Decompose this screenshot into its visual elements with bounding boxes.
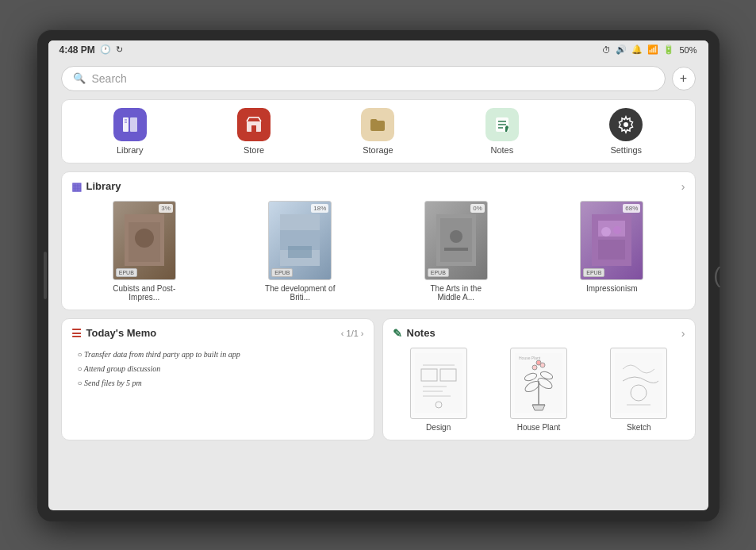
book-progress-impressionism: 68% bbox=[623, 204, 640, 213]
library-section-title-area: ▦ Library bbox=[71, 180, 121, 193]
svg-rect-25 bbox=[598, 240, 625, 260]
nav-item-library[interactable]: Library bbox=[102, 108, 158, 155]
search-icon: 🔍 bbox=[73, 72, 86, 84]
nav-icons: Library Store bbox=[61, 99, 696, 163]
note-item-sketch[interactable]: Sketch bbox=[593, 348, 685, 432]
nav-label-settings: Settings bbox=[610, 145, 642, 155]
memo-prev-icon[interactable]: ‹ bbox=[341, 329, 344, 338]
status-left: 4:48 PM 🕐 ↻ bbox=[59, 44, 123, 56]
book-item-cubist[interactable]: 3% EPUB Cubists and Post-Impres... bbox=[71, 201, 218, 302]
wifi-icon: 📶 bbox=[647, 44, 658, 55]
clock-icon: 🕐 bbox=[100, 44, 111, 55]
memo-section-title: Today's Memo bbox=[86, 327, 157, 339]
nav-label-storage: Storage bbox=[363, 145, 393, 155]
add-button[interactable]: + bbox=[672, 67, 696, 90]
memo-pagination: 1/1 bbox=[347, 329, 359, 338]
main-content: 🔍 Search + Library bbox=[48, 60, 708, 510]
memo-title-area: ☰ Today's Memo bbox=[71, 327, 157, 340]
notes-section-icon: ✎ bbox=[393, 327, 402, 340]
book-item-arts[interactable]: 0% EPUB The Arts in the Middle A... bbox=[383, 201, 530, 302]
nav-item-settings[interactable]: Settings bbox=[598, 108, 654, 155]
timer-icon: ⏱ bbox=[602, 45, 611, 55]
note-thumb-design bbox=[410, 348, 467, 419]
memo-section: ☰ Today's Memo ‹ 1/1 › Transfer data fro… bbox=[61, 318, 374, 440]
sync-icon: ↻ bbox=[116, 44, 123, 55]
book-cover-impressionism: 68% EPUB bbox=[580, 201, 643, 280]
book-item-impressionism[interactable]: 68% EPUB Impressionism bbox=[539, 201, 685, 302]
notes-icon bbox=[485, 108, 519, 141]
svg-point-13 bbox=[135, 229, 154, 248]
status-bar: 4:48 PM 🕐 ↻ ⏱ 🔊 🔔 📶 🔋 50% bbox=[48, 40, 708, 60]
bell-icon: 🔔 bbox=[631, 44, 643, 55]
battery-icon: 🔋 bbox=[663, 44, 674, 55]
nav-item-storage[interactable]: Storage bbox=[350, 108, 405, 155]
book-progress-british: 18% bbox=[311, 204, 328, 213]
library-section-header: ▦ Library › bbox=[71, 180, 685, 193]
note-title-houseplant: House Plant bbox=[517, 423, 560, 432]
svg-rect-20 bbox=[444, 248, 468, 251]
book-cover-british: 18% EPUB bbox=[268, 201, 332, 280]
book-title-impressionism: Impressionism bbox=[586, 284, 637, 293]
library-section-title: Library bbox=[86, 180, 121, 192]
book-title-british: The development of Briti... bbox=[264, 284, 336, 302]
svg-point-24 bbox=[613, 226, 621, 234]
book-progress-cubist: 3% bbox=[159, 204, 173, 213]
book-format-british: EPUB bbox=[271, 268, 293, 277]
svg-text:House Plant: House Plant bbox=[519, 356, 541, 360]
book-item-british[interactable]: 18% EPUB The development of Briti... bbox=[227, 201, 374, 302]
book-progress-arts: 0% bbox=[470, 204, 485, 213]
svg-rect-26 bbox=[415, 353, 462, 413]
note-item-houseplant[interactable]: House Plant House Plant bbox=[493, 348, 585, 432]
nav-item-store[interactable]: Store bbox=[226, 108, 282, 155]
svg-point-10 bbox=[624, 122, 628, 127]
memo-content: Transfer data from third party app to bu… bbox=[71, 348, 364, 390]
note-thumb-houseplant: House Plant bbox=[510, 348, 567, 419]
book-title-arts: The Arts in the Middle A... bbox=[420, 284, 492, 302]
bottom-row: ☰ Today's Memo ‹ 1/1 › Transfer data fro… bbox=[61, 318, 696, 440]
battery-percent: 50% bbox=[679, 45, 697, 55]
book-format-cubist: EPUB bbox=[116, 268, 137, 277]
svg-point-19 bbox=[450, 230, 462, 243]
status-right: ⏱ 🔊 🔔 📶 🔋 50% bbox=[602, 44, 697, 55]
search-input-wrapper[interactable]: 🔍 Search bbox=[61, 66, 666, 91]
storage-icon bbox=[361, 108, 394, 141]
search-bar: 🔍 Search + bbox=[61, 66, 696, 91]
settings-icon bbox=[609, 108, 643, 141]
note-title-design: Design bbox=[426, 423, 451, 432]
memo-section-icon: ☰ bbox=[71, 327, 82, 340]
memo-item-3: Send files by 5 pm bbox=[78, 376, 364, 390]
svg-rect-16 bbox=[288, 246, 312, 258]
library-icon bbox=[113, 108, 147, 141]
device-frame: 4:48 PM 🕐 ↻ ⏱ 🔊 🔔 📶 🔋 50% 🔍 Search bbox=[37, 29, 720, 521]
volume-icon: 🔊 bbox=[616, 44, 627, 55]
memo-item-2: Attend group discussion bbox=[78, 362, 364, 376]
book-title-cubist: Cubists and Post-Impres... bbox=[109, 284, 180, 302]
notes-section-header: ✎ Notes › bbox=[393, 327, 685, 340]
svg-rect-1 bbox=[130, 117, 137, 132]
notes-section-arrow[interactable]: › bbox=[681, 327, 685, 340]
memo-section-header: ☰ Today's Memo ‹ 1/1 › bbox=[71, 327, 364, 340]
memo-next-icon[interactable]: › bbox=[361, 329, 364, 338]
nav-label-store: Store bbox=[244, 145, 264, 155]
nav-item-notes[interactable]: Notes bbox=[474, 108, 530, 155]
book-cover-cubist: 3% EPUB bbox=[113, 201, 176, 280]
search-placeholder-text: Search bbox=[92, 72, 127, 85]
notes-section-title: Notes bbox=[407, 327, 436, 339]
nav-label-library: Library bbox=[117, 145, 144, 155]
library-section-icon: ▦ bbox=[71, 180, 82, 193]
svg-rect-5 bbox=[251, 125, 256, 132]
screen: 4:48 PM 🕐 ↻ ⏱ 🔊 🔔 📶 🔋 50% 🔍 Search bbox=[48, 40, 708, 510]
svg-point-23 bbox=[601, 227, 611, 237]
note-item-design[interactable]: Design bbox=[393, 348, 485, 432]
book-format-impressionism: EPUB bbox=[583, 268, 604, 277]
book-cover-arts: 0% EPUB bbox=[424, 201, 488, 280]
note-thumb-sketch bbox=[610, 348, 667, 419]
status-time: 4:48 PM bbox=[59, 44, 95, 56]
notes-title-area: ✎ Notes bbox=[393, 327, 436, 340]
note-title-sketch: Sketch bbox=[627, 423, 651, 432]
store-icon bbox=[237, 108, 271, 141]
library-section-arrow[interactable]: › bbox=[681, 180, 685, 193]
library-section: ▦ Library › 3% EPUB Cubists and Post-Imp… bbox=[61, 171, 696, 310]
memo-nav: ‹ 1/1 › bbox=[341, 329, 364, 338]
memo-item-1: Transfer data from third party app to bu… bbox=[78, 348, 364, 362]
